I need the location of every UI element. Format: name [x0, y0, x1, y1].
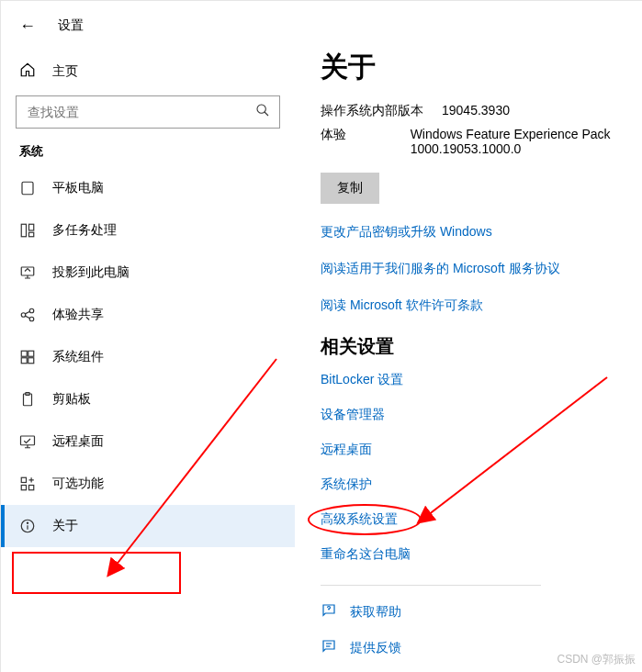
link-license-terms[interactable]: 阅读 Microsoft 软件许可条款: [321, 297, 642, 314]
section-label-system: 系统: [1, 129, 295, 167]
sidebar-item-multitask[interactable]: 多任务处理: [1, 209, 295, 252]
product-links: 更改产品密钥或升级 Windows 阅读适用于我们服务的 Microsoft 服…: [321, 224, 642, 314]
share-icon: [19, 307, 36, 323]
svg-line-11: [25, 311, 29, 314]
nav-label: 关于: [52, 518, 78, 534]
nav-label: 剪贴板: [52, 391, 91, 408]
selection-indicator: [1, 505, 5, 547]
svg-rect-13: [21, 351, 27, 356]
feedback-label: 提供反馈: [350, 640, 401, 656]
nav-label: 投影到此电脑: [52, 264, 130, 281]
nav-label: 多任务处理: [52, 222, 117, 239]
link-service-agreement[interactable]: 阅读适用于我们服务的 Microsoft 服务协议: [321, 261, 642, 277]
watermark: CSDN @郭振振: [557, 652, 636, 667]
multitask-icon: [19, 222, 36, 239]
svg-line-1: [265, 112, 268, 116]
nav-label: 远程桌面: [52, 433, 104, 450]
main-panel: 关于 操作系统内部版本 19045.3930 体验 Windows Featur…: [295, 1, 642, 672]
sidebar-item-optional[interactable]: 可选功能: [1, 463, 295, 505]
nav-label: 体验共享: [52, 307, 104, 323]
sidebar-item-shared[interactable]: 体验共享: [1, 294, 295, 336]
link-advanced-system-settings[interactable]: 高级系统设置: [321, 511, 642, 528]
home-icon: [19, 62, 36, 81]
svg-point-8: [21, 313, 26, 318]
back-button[interactable]: ←: [19, 17, 36, 34]
svg-point-0: [257, 105, 265, 113]
svg-point-9: [29, 308, 34, 313]
sidebar-item-tablet[interactable]: 平板电脑: [1, 167, 295, 209]
svg-rect-21: [21, 486, 26, 490]
nav-label: 系统组件: [52, 349, 104, 365]
search-container: [16, 95, 280, 129]
remote-icon: [19, 433, 36, 450]
tablet-icon: [19, 180, 36, 196]
svg-rect-19: [21, 436, 35, 445]
link-product-key[interactable]: 更改产品密钥或升级 Windows: [321, 224, 642, 241]
nav-list: 平板电脑 多任务处理 投影到此电脑 体验共享 系统组件 剪贴板: [1, 167, 295, 547]
copy-button[interactable]: 复制: [321, 173, 379, 204]
nav-label: 可选功能: [52, 476, 104, 492]
svg-rect-2: [22, 182, 33, 195]
svg-rect-16: [28, 358, 34, 364]
project-icon: [19, 264, 36, 281]
search-box[interactable]: [16, 95, 280, 129]
header-row: ← 设置: [1, 10, 295, 41]
spec-key: 体验: [321, 127, 411, 156]
search-icon: [255, 103, 270, 121]
svg-rect-20: [21, 477, 26, 482]
svg-rect-22: [29, 486, 34, 490]
link-get-help[interactable]: 获取帮助: [321, 602, 642, 622]
link-system-protection[interactable]: 系统保护: [321, 476, 642, 493]
nav-label: 平板电脑: [52, 180, 104, 196]
svg-rect-4: [21, 224, 26, 237]
svg-rect-15: [21, 358, 27, 364]
spec-row: 体验 Windows Feature Experience Pack 1000.…: [321, 127, 642, 156]
svg-point-25: [27, 522, 28, 523]
svg-rect-5: [29, 224, 34, 230]
help-label: 获取帮助: [350, 604, 401, 621]
sidebar-item-remote[interactable]: 远程桌面: [1, 420, 295, 463]
plus-grid-icon: [19, 476, 36, 492]
svg-line-12: [25, 316, 29, 319]
sidebar-item-about[interactable]: 关于: [1, 505, 295, 547]
sidebar-item-components[interactable]: 系统组件: [1, 336, 295, 378]
info-icon: [19, 518, 36, 534]
home-label: 主页: [52, 63, 78, 80]
settings-window: ← 设置 主页 系统 平板电脑 多任务处: [0, 0, 642, 672]
separator: [321, 585, 541, 586]
components-icon: [19, 349, 36, 365]
spec-row: 操作系统内部版本 19045.3930: [321, 103, 642, 119]
spec-value: 19045.3930: [442, 103, 510, 119]
related-settings-title: 相关设置: [321, 334, 642, 359]
feedback-icon: [321, 638, 337, 657]
spec-value: Windows Feature Experience Pack 1000.190…: [411, 127, 642, 156]
spec-key: 操作系统内部版本: [321, 103, 442, 119]
link-remote-desktop[interactable]: 远程桌面: [321, 442, 642, 458]
sidebar-item-clipboard[interactable]: 剪贴板: [1, 378, 295, 420]
sidebar: ← 设置 主页 系统 平板电脑 多任务处: [1, 1, 295, 672]
sidebar-item-home[interactable]: 主页: [1, 52, 295, 90]
sidebar-item-project[interactable]: 投影到此电脑: [1, 252, 295, 294]
page-title: 关于: [321, 49, 642, 86]
svg-rect-14: [28, 351, 34, 356]
link-device-manager[interactable]: 设备管理器: [321, 407, 642, 423]
header-title: 设置: [58, 17, 84, 34]
search-input[interactable]: [26, 104, 255, 120]
clipboard-icon: [19, 391, 36, 408]
help-icon: [321, 602, 337, 622]
link-bitlocker[interactable]: BitLocker 设置: [321, 372, 642, 388]
svg-point-10: [29, 317, 34, 321]
link-text: 高级系统设置: [321, 511, 398, 526]
link-rename-pc[interactable]: 重命名这台电脑: [321, 546, 642, 563]
svg-rect-6: [29, 232, 34, 237]
